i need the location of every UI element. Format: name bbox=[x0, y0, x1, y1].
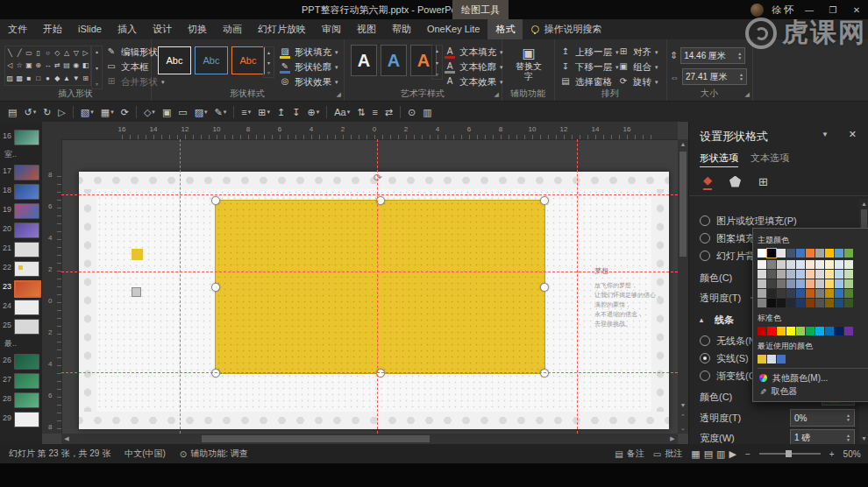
scroll-right-icon[interactable]: ▶ bbox=[667, 434, 678, 444]
slide-thumbnail-19[interactable]: 19 bbox=[0, 201, 42, 220]
theme-color-tint-swatch[interactable] bbox=[796, 260, 805, 269]
theme-color-tint-swatch[interactable] bbox=[758, 270, 766, 279]
recent-color-swatch[interactable] bbox=[767, 355, 776, 363]
scroll-down-icon[interactable]: ▼ bbox=[859, 434, 868, 444]
theme-color-tint-swatch[interactable] bbox=[777, 289, 786, 298]
theme-color-tint-swatch[interactable] bbox=[835, 289, 843, 298]
shape-fill-button[interactable]: ▨形状填充▾ bbox=[279, 46, 338, 59]
slide-thumbnail-22[interactable]: 22 bbox=[0, 258, 42, 278]
theme-color-tint-swatch[interactable] bbox=[815, 260, 824, 269]
ribbon-tab-onekey-lite[interactable]: OneKey Lite bbox=[419, 19, 488, 39]
theme-color-tint-swatch[interactable] bbox=[777, 299, 786, 307]
slide-thumbnail-25[interactable]: 25 bbox=[0, 316, 42, 335]
shape-gallery-item[interactable]: ▷ bbox=[83, 49, 89, 57]
selection-pane-button[interactable]: ▤选择窗格 bbox=[559, 75, 612, 88]
tab-shape-options[interactable]: 形状选项 bbox=[700, 152, 738, 167]
theme-color-tint-swatch[interactable] bbox=[796, 289, 805, 298]
radio-icon[interactable] bbox=[700, 335, 710, 346]
theme-color-tint-swatch[interactable] bbox=[758, 279, 766, 288]
section-header[interactable]: 室.. bbox=[0, 146, 42, 162]
next-slide-icon[interactable]: ⌄ bbox=[678, 423, 688, 434]
theme-color-tint-swatch[interactable] bbox=[825, 260, 834, 269]
shape-gallery-scroll[interactable]: ▴▾▿ bbox=[91, 46, 103, 89]
selection-handle[interactable] bbox=[211, 283, 220, 292]
theme-color-tint-swatch[interactable] bbox=[796, 279, 805, 288]
ribbon-tab-view[interactable]: 视图 bbox=[349, 19, 384, 39]
standard-color-swatch[interactable] bbox=[844, 327, 853, 335]
shape-style-preset[interactable]: Abc bbox=[231, 46, 265, 74]
font-icon[interactable]: Aa▾ bbox=[331, 103, 352, 121]
align-objects-icon[interactable]: ≡▾ bbox=[238, 103, 253, 121]
slide-thumbnail-27[interactable]: 27 bbox=[0, 371, 42, 390]
selection-pane-icon[interactable]: ▥ bbox=[420, 103, 434, 121]
ribbon-tab-animations[interactable]: 动画 bbox=[215, 19, 250, 39]
ribbon-tab-transitions[interactable]: 切换 bbox=[180, 19, 215, 39]
shape-gallery-item[interactable]: ⇄ bbox=[54, 61, 60, 69]
shape-pentagon-icon[interactable] bbox=[729, 176, 741, 187]
shape-gallery-item[interactable]: ▣ bbox=[25, 61, 32, 69]
fill-bucket-icon[interactable]: ◆ bbox=[703, 173, 712, 190]
contextual-tab-group[interactable]: 绘图工具 bbox=[452, 0, 509, 19]
slide-thumbnail-17[interactable]: 17 bbox=[0, 162, 42, 181]
wordart-style-preset[interactable]: A bbox=[381, 45, 407, 76]
theme-color-tint-swatch[interactable] bbox=[815, 289, 824, 298]
theme-color-tint-swatch[interactable] bbox=[777, 260, 786, 269]
insert-shape-icon[interactable]: ◇▾ bbox=[141, 103, 158, 121]
line-transparency-input[interactable]: 0% ▲▼ bbox=[790, 409, 855, 427]
rotate-handle-icon[interactable]: ⟳ bbox=[374, 172, 382, 184]
theme-color-tint-swatch[interactable] bbox=[844, 270, 853, 279]
ribbon-tab-design[interactable]: 设计 bbox=[145, 19, 180, 39]
selection-handle[interactable] bbox=[211, 369, 220, 378]
ribbon-tab-file[interactable]: 文件 bbox=[0, 19, 35, 39]
slide-counter[interactable]: 幻灯片 第 23 张，共 29 张 bbox=[9, 448, 110, 460]
new-slide-icon[interactable]: ▧▾ bbox=[78, 103, 96, 121]
theme-color-tint-swatch[interactable] bbox=[767, 289, 776, 298]
text-align-icon[interactable]: ≡ bbox=[369, 103, 380, 121]
more-colors-item[interactable]: 其他颜色(M)... bbox=[758, 371, 868, 385]
theme-color-tint-swatch[interactable] bbox=[806, 279, 815, 288]
theme-color-tint-swatch[interactable] bbox=[777, 270, 786, 279]
shape-gallery-item[interactable]: ○ bbox=[46, 49, 50, 57]
accessibility-status[interactable]: ⊙ 辅助功能: 调查 bbox=[180, 448, 248, 460]
slide-thumbnail-26[interactable]: 26 bbox=[0, 351, 42, 371]
theme-color-swatch[interactable] bbox=[796, 249, 805, 258]
theme-color-tint-swatch[interactable] bbox=[786, 299, 795, 307]
normal-view-icon[interactable]: ▦ bbox=[691, 448, 700, 460]
selected-yellow-rectangle[interactable] bbox=[215, 200, 545, 374]
shape-gallery-item[interactable]: ◧ bbox=[82, 61, 89, 69]
selection-handle[interactable] bbox=[540, 369, 549, 378]
ribbon-tab-format[interactable]: 格式 bbox=[487, 19, 523, 39]
shape-height-input[interactable]: 14.46 厘米 ▲▼ bbox=[680, 47, 745, 64]
fill-color-icon[interactable]: ▨▾ bbox=[192, 103, 210, 121]
theme-color-tint-swatch[interactable] bbox=[758, 299, 766, 307]
text-outline-button[interactable]: A文本轮廓▾ bbox=[444, 60, 503, 74]
insert-text-box-icon[interactable]: ▭ bbox=[175, 103, 189, 121]
standard-color-swatch[interactable] bbox=[758, 327, 766, 335]
insert-picture-icon[interactable]: ▣ bbox=[160, 103, 174, 121]
close-icon[interactable]: ✕ bbox=[849, 5, 864, 15]
guide-vertical[interactable] bbox=[377, 139, 378, 434]
pane-close-icon[interactable]: ✕ bbox=[849, 129, 857, 140]
character-spacing-icon[interactable]: ⇅ bbox=[354, 103, 367, 121]
radio-icon[interactable] bbox=[700, 233, 710, 244]
shape-gallery-item[interactable]: ▨ bbox=[7, 74, 14, 82]
align-button[interactable]: ⊞对齐▾ bbox=[617, 46, 658, 59]
shape-style-preset[interactable]: Abc bbox=[158, 46, 191, 74]
theme-color-tint-swatch[interactable] bbox=[806, 260, 815, 269]
scroll-up-icon[interactable]: ▲ bbox=[678, 139, 688, 150]
theme-color-swatch[interactable] bbox=[758, 249, 766, 258]
shape-gallery-item[interactable]: ◉ bbox=[73, 61, 79, 69]
theme-color-tint-swatch[interactable] bbox=[806, 299, 815, 307]
shape-gallery-item[interactable]: ⊕ bbox=[35, 61, 41, 69]
theme-color-tint-swatch[interactable] bbox=[844, 279, 853, 288]
spinner-arrows-icon[interactable]: ▲▼ bbox=[846, 413, 850, 422]
zoom-slider-thumb[interactable] bbox=[786, 450, 792, 457]
theme-color-tint-swatch[interactable] bbox=[758, 260, 766, 269]
previous-slide-icon[interactable]: ⌃ bbox=[678, 412, 688, 422]
send-backward-icon[interactable]: ↧ bbox=[289, 103, 302, 121]
shape-effects-button[interactable]: ◎形状效果▾ bbox=[279, 75, 338, 88]
tab-text-options[interactable]: 文本选项 bbox=[751, 152, 789, 167]
recent-color-swatch[interactable] bbox=[777, 355, 786, 363]
theme-color-tint-swatch[interactable] bbox=[786, 270, 795, 279]
standard-color-swatch[interactable] bbox=[835, 327, 843, 335]
